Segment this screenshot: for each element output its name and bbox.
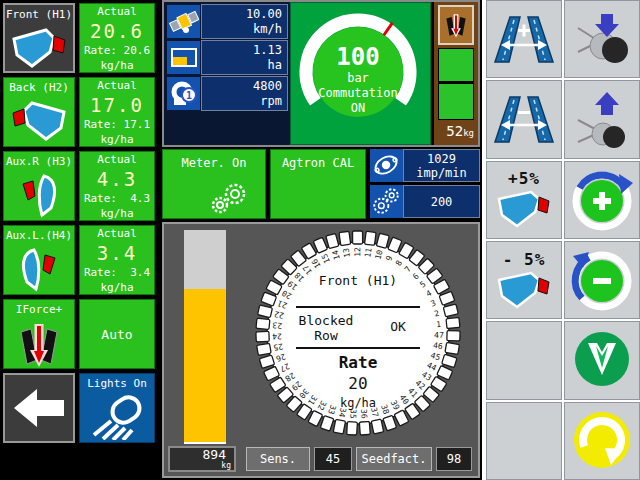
- lights-label: Lights On: [87, 377, 147, 390]
- speed-row: 10.00 km/h: [166, 4, 288, 39]
- seedfactor-value[interactable]: 98: [436, 447, 472, 471]
- meter-on-button[interactable]: Meter. On: [162, 149, 266, 219]
- sprocket-icon: [370, 185, 403, 218]
- pressure-unit: bar: [347, 71, 369, 85]
- dial-footer: Sens. 45 Seedfact. 98: [246, 447, 476, 471]
- area-value: 1.13 ha: [201, 40, 288, 75]
- rate-increase-icon: [569, 168, 635, 232]
- rate-plus5-button[interactable]: +5%: [486, 161, 562, 239]
- hopper-weight: 52kg: [434, 123, 478, 139]
- svg-text:13: 13: [342, 247, 352, 258]
- rate-unit: kg/ha: [340, 396, 376, 410]
- boom-rate-icon: [495, 188, 553, 230]
- hopper-status-strip: 52kg: [432, 2, 478, 145]
- bin-gauge: 894 kg: [168, 228, 240, 472]
- metering-panel: 894 kg 123456789101112131415161718192021…: [162, 222, 480, 478]
- plus5-label: +5%: [508, 169, 540, 188]
- iforce-coulter-icon: [11, 320, 67, 368]
- impulse-value: 1029 imp/min: [403, 149, 480, 182]
- commutation-state: ON: [351, 101, 365, 115]
- channel-auxl-rate-display[interactable]: Actual 3.4 Rate: 3.4 kg/ha: [79, 225, 155, 295]
- fan-rpm-icon: 1: [166, 76, 201, 111]
- channel-auxr-label: Aux.R (H3): [6, 155, 72, 168]
- svg-text:11: 11: [363, 247, 373, 258]
- back-button[interactable]: [3, 373, 75, 443]
- implement-raise-button[interactable]: [564, 80, 640, 158]
- bin-weight: 894 kg: [168, 446, 236, 472]
- channel-front-button[interactable]: Front (H1): [3, 3, 75, 73]
- bin-level-bar: [184, 230, 226, 444]
- telemetry-panel: 10.00 km/h 1.13 ha: [162, 0, 480, 147]
- svg-text:24: 24: [272, 331, 282, 340]
- rpm-value: 4800 rpm: [201, 76, 288, 111]
- gps-satellite-icon: [166, 4, 201, 39]
- pulse-value: 200: [403, 185, 480, 218]
- minus5-label: - 5%: [503, 250, 546, 269]
- alarm-text-2: Row: [314, 328, 338, 343]
- rate-line: Rate: 20.6: [84, 44, 150, 57]
- rate-decrease-button[interactable]: [564, 241, 640, 319]
- svg-text:46: 46: [432, 341, 443, 351]
- implement-lower-icon: [571, 9, 633, 69]
- actual-label: Actual: [97, 5, 137, 18]
- back-arrow-icon: [9, 386, 69, 430]
- agtron-cal-label: Agtron CAL: [271, 150, 365, 170]
- softkey-empty-1: [486, 321, 562, 399]
- recalibrate-button[interactable]: [564, 402, 640, 480]
- hopper-level-bar: [438, 48, 474, 120]
- boom-auxr-icon: [10, 172, 68, 218]
- rate-increase-button[interactable]: [564, 161, 640, 239]
- boom-auxl-icon: [10, 246, 68, 292]
- tramline-plus-icon: [493, 9, 555, 69]
- softkey-empty-2: [486, 402, 562, 480]
- alarm-ack[interactable]: OK: [390, 319, 406, 334]
- tramline-minus-button[interactable]: [486, 80, 562, 158]
- channel-front-label: Front (H1): [6, 8, 72, 21]
- shaft-sensor-icon: [370, 149, 403, 182]
- speed-value: 10.00 km/h: [201, 4, 288, 39]
- svg-text:36: 36: [359, 409, 369, 419]
- seeder-terminal-screen: { "left_panel": { "actual_label": "Actua…: [0, 0, 640, 480]
- channel-auxl-label: Aux.L.(H4): [6, 229, 72, 242]
- seedfactor-button[interactable]: Seedfact.: [356, 447, 432, 471]
- boom-back-icon: [10, 98, 68, 144]
- channel-back-label: Back (H2): [9, 81, 69, 94]
- channel-auxl-button[interactable]: Aux.L.(H4): [3, 225, 75, 295]
- svg-text:25: 25: [272, 342, 283, 353]
- svg-text:12: 12: [353, 247, 362, 257]
- agtron-cal-button[interactable]: Agtron CAL: [270, 149, 366, 219]
- channel-auxr-rate-display[interactable]: Actual 4.3 Rate: 4.3 kg/ha: [79, 151, 155, 221]
- implement-lower-button[interactable]: [564, 0, 640, 78]
- sensor-readouts: 1029 imp/min 200: [370, 149, 480, 219]
- channel-back-button[interactable]: Back (H2): [3, 77, 75, 147]
- gears-icon: [207, 182, 251, 216]
- iforce-label: IForce+: [16, 303, 62, 316]
- seed-disc-dial: 1234567891011121314151617181920212223242…: [242, 227, 474, 445]
- lights-button[interactable]: Lights On: [79, 373, 155, 443]
- softkey-column: +5% - 5%: [482, 0, 640, 480]
- sensitivity-button[interactable]: Sens.: [246, 447, 310, 471]
- pulse-row: 200: [370, 185, 480, 218]
- main-panel: 10.00 km/h 1.13 ha: [162, 0, 480, 480]
- auto-label: Auto: [101, 327, 132, 342]
- hopper-iforce-icon[interactable]: [438, 5, 474, 45]
- channel-back-rate-display[interactable]: Actual 17.0 Rate: 17.1 kg/ha: [79, 77, 155, 147]
- meter-row: Meter. On Agtron CAL: [162, 149, 480, 219]
- svg-text:35: 35: [348, 409, 358, 419]
- tramline-plus-button[interactable]: [486, 0, 562, 78]
- channel-auxr-button[interactable]: Aux.R (H3): [3, 151, 75, 221]
- sensitivity-value[interactable]: 45: [314, 447, 352, 471]
- meter-on-label: Meter. On: [163, 150, 265, 170]
- pressure-gauge: 100 bar Commutation ON: [290, 2, 431, 145]
- tramline-minus-icon: [493, 89, 555, 149]
- telemetry-rows: 10.00 km/h 1.13 ha: [166, 4, 288, 112]
- auto-button[interactable]: Auto: [79, 299, 155, 369]
- rate-minus5-button[interactable]: - 5%: [486, 241, 562, 319]
- iforce-button[interactable]: IForce+: [3, 299, 75, 369]
- channel-front-rate-display[interactable]: Actual 20.6 Rate: 20.6 kg/ha: [79, 3, 155, 73]
- area-row: 1.13 ha: [166, 40, 288, 75]
- svg-text:47: 47: [434, 331, 444, 340]
- boom-rate-icon: [495, 269, 553, 311]
- svg-text:1: 1: [185, 90, 191, 101]
- engage-metering-button[interactable]: [564, 321, 640, 399]
